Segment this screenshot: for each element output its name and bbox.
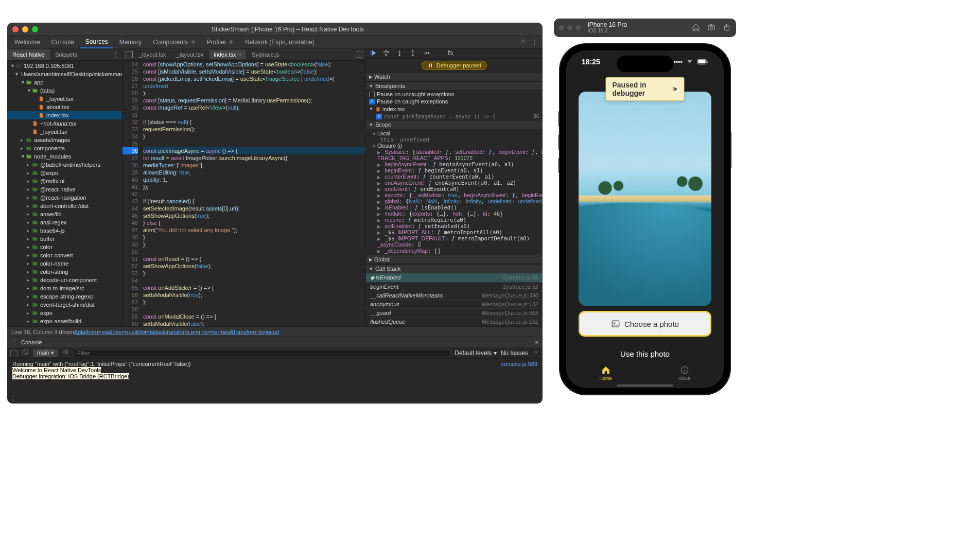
callstack-frame[interactable]: flushedQueueMessageQueue.js:131 — [366, 318, 543, 326]
resume-icon[interactable] — [369, 49, 376, 58]
tree-item[interactable]: ▼node_modules — [7, 152, 122, 161]
tree-item[interactable]: ▼app — [7, 78, 122, 86]
tree-root[interactable]: ▼192.168.0.105:8081 — [7, 62, 122, 70]
scope-var[interactable]: ▶ endAsyncEvent: ƒ endAsyncEvent(a0, a1,… — [376, 180, 537, 186]
callstack-frame[interactable]: anonymousMessageQueue.js:132 — [366, 300, 543, 309]
clear-icon[interactable] — [22, 348, 29, 357]
kebab-icon[interactable]: ⋮ — [11, 339, 17, 346]
status-link[interactable]: &platform=ios&dev=true&hot=false&transfo… — [74, 329, 280, 335]
scope-var[interactable]: ▶ module: {exports: {…}, hot: {…}, id: 4… — [376, 211, 537, 217]
zoom-icon[interactable] — [575, 25, 581, 30]
dock-icon[interactable] — [126, 51, 133, 58]
tab-sources[interactable]: Sources — [80, 36, 113, 48]
breakpoints-section[interactable]: ▼Breakpoints — [366, 81, 543, 91]
callstack-frame[interactable]: __guardMessageQueue.js:365 — [366, 309, 543, 318]
tab-network[interactable]: Network (Expo, unstable) — [240, 37, 320, 48]
tree-item[interactable]: ▸escape-string-regexp — [7, 292, 122, 301]
scope-var[interactable]: ▶ counterEvent: ƒ counterEvent(a0, a1) — [376, 173, 537, 180]
resume-icon[interactable] — [672, 85, 677, 93]
filetab[interactable]: _layout.tsx — [135, 50, 170, 59]
tree-item[interactable]: ▸expo-asset/build — [7, 317, 122, 325]
scope-var[interactable]: ▶ endEvent: ƒ endEvent(a0) — [376, 186, 537, 192]
tree-item[interactable]: ▸@babel/runtime/helpers — [7, 161, 122, 169]
tab-components[interactable]: Components ⚛ — [148, 37, 200, 48]
filetab[interactable]: _layout.tsx — [172, 50, 208, 59]
scope-var[interactable]: _asyncCookie: 0 — [376, 241, 537, 248]
tree-item[interactable]: _layout.tsx — [7, 95, 122, 103]
callstack-frame[interactable]: ◆ isEnabledSystrace.js:36 — [366, 273, 543, 283]
step-out-icon[interactable] — [409, 49, 416, 58]
levels-dropdown[interactable]: Default levels ▾ — [455, 349, 496, 357]
tree-item[interactable]: ▸ansi-regex — [7, 218, 122, 226]
tree-item[interactable]: _layout.tsx — [7, 128, 122, 136]
tab-about[interactable]: About — [645, 362, 724, 384]
tree-item[interactable]: about.tsx — [7, 103, 122, 111]
line-gutter[interactable]: 2425262728293031323334353637383940414243… — [123, 61, 141, 326]
gear-icon[interactable] — [520, 38, 527, 46]
tab-profiler[interactable]: Profiler ⚛ — [202, 37, 239, 48]
scope-section[interactable]: ▼Scope — [366, 120, 543, 129]
use-photo-button[interactable]: Use this photo — [566, 349, 724, 358]
callstack-frame[interactable]: __callReactNativeMicrotasksMessageQueue.… — [366, 291, 543, 300]
tree-item[interactable]: ▸expo-constants/build — [7, 325, 122, 326]
tree-item[interactable]: ▸anser/lib — [7, 210, 122, 218]
scope-var[interactable]: ▶ setEnabled: ƒ setEnabled(a0) — [376, 223, 537, 229]
more-icon[interactable]: ⫶ — [356, 51, 362, 58]
zoom-icon[interactable] — [32, 26, 38, 32]
filetab[interactable]: Systrace.js — [248, 50, 284, 59]
tree-item[interactable]: ▸event-target-shim/dist — [7, 301, 122, 309]
tree-item[interactable]: ▸expo — [7, 309, 122, 317]
tree-item[interactable]: ▸@react-native — [7, 185, 122, 194]
minimize-icon[interactable] — [567, 25, 572, 30]
tree-item[interactable]: ▸base64-js — [7, 226, 122, 235]
share-icon[interactable] — [723, 23, 731, 32]
file-tree[interactable]: ▼192.168.0.105:8081▼Users/amanhimself/De… — [7, 61, 122, 326]
subtab-snippets[interactable]: Snippets — [50, 49, 82, 60]
scope-var[interactable]: ▶ require: ƒ metroRequire(a0) — [376, 217, 537, 223]
tree-path[interactable]: ▼Users/amanhimself/Desktop/stickersmash — [7, 70, 122, 78]
choose-photo-button[interactable]: Choose a photo — [579, 311, 711, 337]
callstack-frame[interactable]: beginEventSystrace.js:52 — [366, 283, 543, 291]
checkbox[interactable] — [376, 114, 382, 119]
tree-item[interactable]: ▸buffer — [7, 235, 122, 243]
home-icon[interactable] — [692, 23, 700, 32]
close-icon[interactable] — [559, 25, 564, 30]
step-into-icon[interactable] — [396, 49, 403, 58]
filetab-active[interactable]: index.tsx× — [209, 50, 246, 59]
tree-item[interactable]: ▸color-name — [7, 259, 122, 268]
tab-home[interactable]: Home — [566, 362, 645, 384]
watch-section[interactable]: ▶Watch — [366, 72, 543, 81]
deactivate-breakpoints-icon[interactable] — [447, 49, 455, 58]
tab-memory[interactable]: Memory — [114, 37, 147, 48]
sidebar-toggle-icon[interactable] — [10, 350, 18, 356]
step-icon[interactable] — [423, 49, 430, 58]
tree-item[interactable]: ▼(tabs) — [7, 86, 122, 95]
callstack-section[interactable]: ▼Call Stack — [366, 264, 543, 273]
console-prompt[interactable]: › — [7, 396, 543, 404]
screenshot-icon[interactable] — [707, 23, 715, 32]
checkbox[interactable] — [369, 92, 375, 97]
tree-item[interactable]: ▸decode-uri-component — [7, 276, 122, 284]
scope-var[interactable]: ▶ _$$_IMPORT_DEFAULT: ƒ metroImportDefau… — [376, 235, 537, 241]
gear-icon[interactable] — [532, 348, 539, 357]
scope-var[interactable]: ▶ _$$_IMPORT_ALL: ƒ metroImportAll(a0) — [376, 229, 537, 235]
global-section[interactable]: ▶Global — [366, 255, 543, 264]
filter-input[interactable] — [74, 349, 450, 357]
tree-item[interactable]: index.tsx — [7, 111, 122, 119]
tree-item[interactable]: ▸color-convert — [7, 251, 122, 259]
scope-var[interactable]: ▶ isEnabled: ƒ isEnabled() — [376, 204, 537, 211]
close-icon[interactable] — [12, 26, 19, 32]
tree-item[interactable]: +not-found.tsx — [7, 119, 122, 128]
scope-var[interactable]: ▶ exports: {__esModule: true, beginAsync… — [376, 192, 537, 198]
scope-var[interactable]: ▶ beginAsyncEvent: ƒ beginAsyncEvent(a0,… — [376, 161, 537, 167]
tab-welcome[interactable]: Welcome — [9, 37, 45, 48]
eye-icon[interactable] — [62, 348, 69, 357]
scope-var[interactable]: ▶ global: {NaN: NaN, Infinity: Infinity,… — [376, 198, 537, 204]
subtab-react-native[interactable]: React Native — [7, 49, 50, 60]
home-indicator[interactable] — [617, 384, 673, 387]
context-dropdown[interactable]: main ▾ — [33, 349, 58, 357]
tree-item[interactable]: ▸@radix-ui — [7, 177, 122, 185]
checkbox[interactable] — [369, 99, 375, 104]
tree-item[interactable]: ▸abort-controller/dist — [7, 202, 122, 210]
scope-var[interactable]: TRACE_TAG_REACT_APPS: 131072 — [376, 155, 537, 161]
